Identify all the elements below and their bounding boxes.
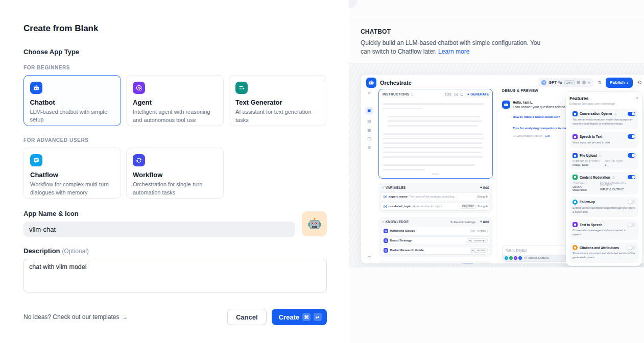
app-name-and-icon-row: App Name & Icon: [23, 210, 327, 237]
toggle[interactable]: [628, 153, 635, 158]
feature-speech-to-text: Speech to Text Voice input can be used i…: [569, 132, 638, 148]
variables-section: ∨ VARIABLES + Add [x] expert_name The na…: [378, 183, 493, 213]
chevron-down-icon[interactable]: ∨: [382, 186, 384, 189]
return-key-icon: ↵: [314, 313, 322, 321]
collapse-icon[interactable]: ⇄: [368, 91, 371, 95]
app-type-card-agent[interactable]: Agent Intelligent agent with reasoning a…: [126, 75, 224, 126]
chat-mode-badge: CHAT: [564, 80, 575, 85]
knowledge-row[interactable]: ▤ Market Research Guide HQ · HYBRID: [381, 247, 490, 254]
variable-row[interactable]: [x] expert_name The name of the strategi…: [381, 193, 490, 201]
feature-content-moderation: Content Moderation ⓘ PROVIDEROpenAI Mode…: [569, 172, 638, 194]
info-icon: ⓘ: [612, 176, 614, 179]
add-variable-button[interactable]: + Add: [480, 186, 489, 189]
file-upload-icon: [573, 153, 578, 158]
required-badge: REQUIRED: [461, 204, 476, 209]
instructions-panel[interactable]: INSTRUCTIONS ⓘ 2182 [x] ✦ GENERATE: [378, 89, 493, 179]
info-icon: ⓘ: [411, 93, 413, 96]
upload-mini-icon: ✦: [518, 256, 522, 260]
docs-nav-icon[interactable]: ▦: [367, 128, 371, 132]
toggle[interactable]: [628, 223, 635, 227]
app-name-input[interactable]: [23, 222, 295, 237]
toggle[interactable]: [628, 175, 635, 180]
cancel-button[interactable]: Cancel: [227, 309, 267, 325]
description-textarea[interactable]: chat with vllm model: [23, 259, 327, 292]
suggested-question[interactable]: Tips for analyzing competitors in market: [513, 127, 568, 130]
model-selector[interactable]: ✦ GPT-4o CHAT ∨: [538, 78, 593, 87]
close-icon[interactable]: ×: [636, 96, 638, 101]
generate-button[interactable]: ✦ GENERATE: [467, 92, 489, 96]
robot-emoji-icon: [308, 217, 321, 231]
variable-row[interactable]: [x] unrelated_topic A placeholder for to…: [381, 203, 490, 210]
knowledge-section: ∨ KNOWLEDGE ⇅ Rerank Settings + Add ▤ Ma…: [378, 217, 493, 257]
bot-avatar: [502, 101, 510, 109]
command-key-icon: ⌘: [302, 313, 311, 321]
feature-conversation-opener: Conversation Opener ⓘ You are an entity …: [569, 109, 638, 129]
choose-app-type-heading: Choose App Type: [23, 48, 327, 56]
edit-opener-link[interactable]: Edit: [545, 134, 550, 137]
app-type-card-text-generator[interactable]: Text Generator AI assistant for text gen…: [229, 75, 326, 126]
instructions-text-placeholder: [379, 100, 492, 175]
learn-more-link[interactable]: Learn more: [438, 48, 469, 55]
panel-toggle-icon[interactable]: ▭: [367, 255, 371, 259]
orchestrate-title: Orchestrate: [380, 80, 412, 86]
rerank-settings-button[interactable]: ⇅ Rerank Settings: [450, 220, 475, 224]
chevron-down-icon: ∨: [626, 81, 628, 84]
moderation-mini-icon: ✦: [509, 256, 513, 260]
sparkle-icon: ✦: [467, 92, 469, 96]
chevron-down-icon[interactable]: ∨: [382, 220, 384, 223]
publish-button[interactable]: Publish ∨: [606, 78, 632, 88]
card-title: Workflow: [133, 171, 217, 179]
app-type-card-workflow[interactable]: Workflow Orchestration for single-turn a…: [126, 148, 224, 199]
notes-nav-icon[interactable]: ▢: [367, 137, 371, 141]
card-title: Text Generator: [235, 99, 320, 106]
app-type-card-chatbot[interactable]: Chatbot LLM-based chatbot with simple se…: [23, 75, 121, 126]
dify-bot-logo-icon: [366, 78, 376, 88]
card-title: Agent: [133, 99, 217, 106]
image-nav-icon[interactable]: ▤: [367, 119, 371, 124]
settings-icon: [582, 81, 586, 84]
for-beginners-label: FOR BEGINNERS: [23, 65, 327, 70]
for-advanced-users-label: FOR ADVANCED USERS: [23, 137, 327, 143]
orchestrate-nav-icon[interactable]: ▣: [365, 107, 373, 115]
chatflow-icon: [30, 154, 42, 166]
vision-section: ◉ Vision ⓘ RESOLUTION ⓘ High Low: [378, 261, 493, 264]
toggle[interactable]: [628, 246, 635, 250]
toggle[interactable]: [628, 200, 635, 204]
create-button[interactable]: Create ⌘ ↵: [272, 309, 327, 325]
retrieval-badge: HQ · HYBRID: [470, 248, 488, 253]
chat-input[interactable]: Talk to DifyBot: [503, 246, 570, 255]
card-description: AI assistant for text generation tasks: [235, 108, 320, 125]
retrieval-badge: HQ · INVERTED: [467, 238, 488, 243]
debug-preview-section: DEBUG & PREVIEW Hello, I am L. I can ans…: [502, 89, 568, 137]
preview-sidebar: ⇄ ▣ ▤ ▦ ▢ ◍ ▭: [361, 91, 377, 263]
app-icon-picker[interactable]: [302, 211, 327, 236]
add-knowledge-button[interactable]: + Add: [480, 220, 489, 224]
enabled-features-bar: ✦ ✦ ✦ ✦ 4 Features Enabled: [503, 255, 570, 261]
toggle[interactable]: [628, 112, 635, 116]
insert-variable-icon[interactable]: [x]: [455, 93, 458, 96]
resolution-high-button[interactable]: High: [462, 263, 474, 264]
arrow-right-icon: →: [122, 313, 128, 321]
resolution-low-button[interactable]: Low: [478, 263, 490, 264]
model-provider-icon: ✦: [541, 80, 546, 85]
card-description: Workflow for complex multi-turn dialogue…: [30, 181, 114, 197]
chatbot-icon: [30, 82, 42, 94]
web-nav-icon[interactable]: ◍: [368, 145, 371, 150]
copy-icon[interactable]: [461, 93, 463, 96]
feature-follow-up: Follow-up Setting up next questions sugg…: [569, 197, 638, 217]
optional-hint: (Optional): [62, 248, 89, 255]
knowledge-row[interactable]: ▤ Brand Strategy HQ · INVERTED: [381, 237, 490, 244]
toggle[interactable]: [628, 134, 635, 139]
knowledge-row[interactable]: ▤ Marketing Basics HQ · HYBRID: [381, 227, 490, 235]
model-params-icon[interactable]: ⇅: [598, 80, 602, 85]
templates-link[interactable]: No ideas? Check out our templates →: [23, 313, 128, 321]
app-type-card-chatflow[interactable]: Chatflow Workflow for complex multi-turn…: [23, 148, 121, 199]
card-title: Chatflow: [30, 171, 114, 179]
card-description: LLM-based chatbot with simple setup: [30, 108, 115, 125]
suggested-question[interactable]: How to make a brand stand out?: [513, 115, 560, 118]
speech-to-text-icon: [573, 134, 578, 139]
history-icon[interactable]: ⟲: [637, 80, 641, 85]
feature-file-upload: File Upload ⓘ SUPPORT FILE TYPESImage, D…: [569, 151, 638, 170]
type-extra-icon: ⊕: [485, 195, 488, 198]
info-icon: ⓘ: [599, 154, 602, 157]
